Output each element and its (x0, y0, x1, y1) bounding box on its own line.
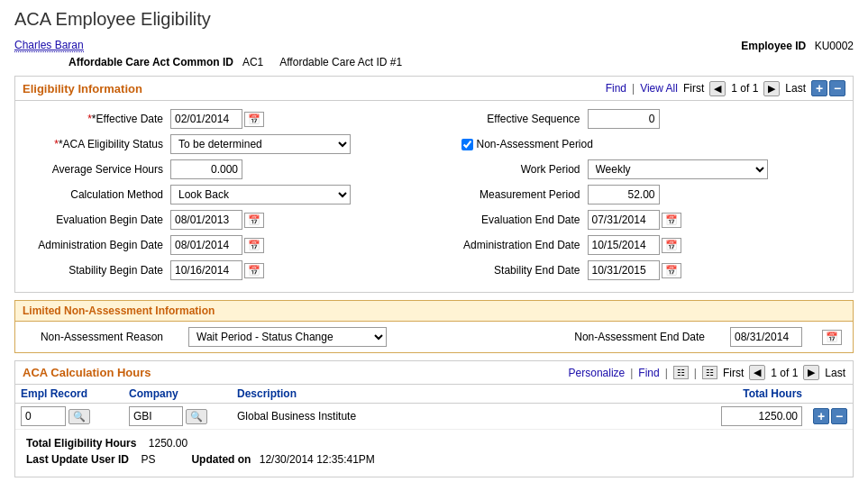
nav-count: 1 of 1 (731, 82, 758, 95)
work-period-label: Work Period (443, 163, 588, 176)
calc-hours-table: Empl Record Company Description Total Ho… (15, 385, 853, 430)
table-row: 🔍 🔍 Global Business Institute + − (15, 404, 853, 430)
stability-begin-label: Stability Begin Date (26, 264, 170, 277)
col-company: Company (123, 385, 232, 404)
table-last-label: Last (825, 367, 845, 379)
total-eligibility-label: Total Eligibility Hours (26, 437, 136, 450)
effective-date-label: *Effective Date (26, 113, 170, 125)
employee-id-value: KU0002 (815, 40, 854, 52)
calc-hours-title: ACA Calculation Hours (23, 366, 569, 379)
personalize-link[interactable]: Personalize (569, 367, 626, 379)
stability-begin-cal-button[interactable]: 📅 (244, 263, 264, 278)
col-empl-record: Empl Record (15, 385, 123, 404)
last-update-value: PS (141, 453, 155, 466)
calc-hours-panel: ACA Calculation Hours Personalize | Find… (14, 360, 854, 477)
measurement-period-label: Measurement Period (443, 188, 588, 201)
first-label: First (683, 82, 704, 95)
admin-end-cal-button[interactable]: 📅 (662, 238, 681, 253)
measurement-period-input[interactable] (588, 185, 660, 205)
empl-record-search-button[interactable]: 🔍 (69, 409, 90, 424)
updated-on-value: 12/30/2014 12:35:41PM (260, 453, 375, 466)
avg-service-hours-label: Average Service Hours (26, 163, 170, 176)
cell-total-hours[interactable] (690, 404, 808, 430)
non-assessment-checkbox[interactable] (461, 139, 473, 150)
page-title: ACA Employee Eligibility (14, 9, 854, 30)
next-button[interactable]: ▶ (763, 81, 780, 96)
aca-id-label: Affordable Care Act ID #1 (279, 56, 402, 68)
cell-company[interactable]: 🔍 (123, 404, 232, 430)
eval-begin-label: Evaluation Begin Date (26, 214, 170, 226)
last-update-label: Last Update User ID (26, 453, 129, 466)
calc-method-select[interactable]: Look Back (170, 185, 351, 205)
total-eligibility-value: 1250.00 (149, 437, 187, 450)
lna-panel: Limited Non-Assessment Information Non-A… (14, 300, 854, 353)
col-description: Description (232, 385, 690, 404)
non-assessment-end-date-cal-button[interactable]: 📅 (822, 330, 842, 345)
eligibility-panel-title: Eligibility Information (23, 82, 606, 95)
admin-end-input[interactable] (588, 235, 660, 255)
non-assessment-label: Non-Assessment Period (477, 138, 593, 150)
effective-date-input[interactable] (170, 109, 242, 129)
cell-empl-record[interactable]: 🔍 (15, 404, 123, 430)
effective-seq-label: Effective Sequence (443, 113, 588, 125)
non-assessment-end-date-label: Non-Assessment End Date (568, 331, 712, 343)
eval-end-input[interactable] (588, 210, 660, 230)
empl-record-input[interactable] (21, 406, 66, 426)
eval-end-cal-button[interactable]: 📅 (662, 213, 681, 228)
eval-begin-cal-button[interactable]: 📅 (244, 213, 264, 228)
table-prev-button[interactable]: ◀ (749, 365, 765, 380)
non-assessment-reason-label: Non-Assessment Reason (26, 331, 170, 343)
table-icon-btn-1[interactable]: ☷ (673, 366, 689, 379)
cell-row-actions: + − (808, 404, 853, 430)
remove-calc-row-button[interactable]: − (831, 408, 847, 424)
effective-date-cal-button[interactable]: 📅 (244, 112, 264, 127)
admin-end-label: Administration End Date (443, 239, 588, 251)
table-next-button[interactable]: ▶ (803, 365, 819, 380)
stability-end-input[interactable] (588, 260, 660, 280)
aca-eligibility-label: *ACA Eligibility Status (26, 138, 170, 150)
calc-method-label: Calculation Method (26, 188, 170, 201)
effective-seq-input[interactable] (588, 109, 660, 129)
col-total-hours: Total Hours (690, 385, 808, 404)
cell-description: Global Business Institute (232, 404, 690, 430)
total-hours-input[interactable] (721, 406, 802, 426)
avg-service-hours-input[interactable] (170, 159, 242, 179)
admin-begin-cal-button[interactable]: 📅 (244, 238, 264, 253)
non-assessment-end-date-input[interactable] (730, 327, 802, 347)
employee-id-label: Employee ID (741, 40, 806, 52)
eligibility-panel: Eligibility Information Find | View All … (14, 76, 854, 293)
aca-common-id-label: Affordable Care Act Common ID (69, 56, 233, 68)
table-icon-btn-2[interactable]: ☷ (702, 366, 717, 379)
employee-name-link[interactable]: Charles Baran (14, 39, 84, 52)
stability-end-label: Stability End Date (443, 264, 588, 277)
add-calc-row-button[interactable]: + (813, 408, 829, 424)
company-input[interactable] (129, 406, 183, 426)
aca-eligibility-select[interactable]: To be determined (170, 134, 351, 154)
aca-common-id-value: AC1 (242, 56, 263, 68)
eval-begin-input[interactable] (170, 210, 242, 230)
updated-on-label: Updated on (191, 453, 251, 466)
stability-end-cal-button[interactable]: 📅 (662, 263, 681, 278)
find-link[interactable]: Find (606, 82, 626, 95)
footer-info: Total Eligibility Hours 1250.00 Last Upd… (15, 430, 853, 477)
work-period-select[interactable]: Weekly (588, 159, 768, 179)
company-search-button[interactable]: 🔍 (186, 409, 207, 424)
admin-begin-input[interactable] (170, 235, 242, 255)
stability-begin-input[interactable] (170, 260, 242, 280)
prev-button[interactable]: ◀ (709, 81, 726, 96)
remove-row-button[interactable]: − (829, 80, 845, 96)
view-all-link[interactable]: View All (640, 82, 678, 95)
table-nav-count: 1 of 1 (771, 367, 798, 379)
last-label: Last (785, 82, 806, 95)
add-row-button[interactable]: + (811, 80, 827, 96)
table-find-link[interactable]: Find (638, 367, 659, 379)
non-assessment-reason-select[interactable]: Wait Period - Status Change (188, 327, 387, 347)
table-first-label: First (723, 367, 744, 379)
admin-begin-label: Administration Begin Date (26, 239, 170, 251)
eval-end-label: Evaluation End Date (443, 214, 588, 226)
lna-panel-title: Limited Non-Assessment Information (23, 305, 215, 317)
